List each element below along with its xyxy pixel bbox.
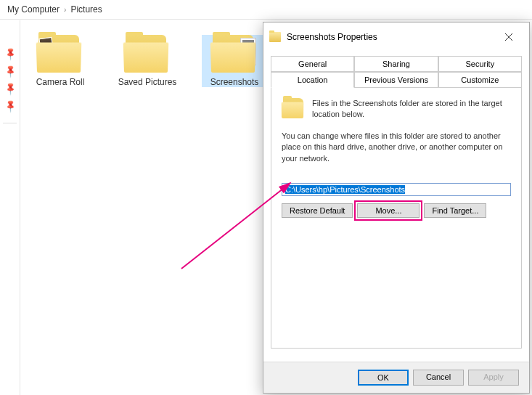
find-target-button[interactable]: Find Target... <box>424 203 486 218</box>
folder-icon <box>269 32 281 42</box>
tab-previous-versions[interactable]: Previous Versions <box>354 72 438 88</box>
apply-button[interactable]: Apply <box>468 370 519 386</box>
location-info-text: Files in the Screenshots folder are stor… <box>312 98 511 121</box>
breadcrumb-item[interactable]: Pictures <box>70 4 102 15</box>
separator <box>3 123 17 123</box>
folder-label: Camera Roll <box>36 77 85 87</box>
dialog-footer: OK Cancel Apply <box>263 362 529 393</box>
move-button[interactable]: Move... <box>357 203 420 218</box>
folder-saved-pictures[interactable]: Saved Pictures <box>115 35 180 87</box>
pin-icon: 📌 <box>4 48 17 61</box>
chevron-right-icon: › <box>64 6 66 14</box>
breadcrumb-item[interactable]: My Computer <box>7 4 60 15</box>
folder-icon <box>37 35 83 73</box>
tab-security[interactable]: Security <box>438 56 522 72</box>
dialog-titlebar[interactable]: Screenshots Properties <box>263 23 529 52</box>
location-info-text: You can change where files in this folde… <box>282 131 511 164</box>
pin-icon: 📌 <box>4 65 17 78</box>
folder-screenshots[interactable]: Screenshots <box>202 35 267 87</box>
cancel-button[interactable]: Cancel <box>413 370 464 386</box>
folder-icon <box>211 35 258 73</box>
pin-icon: 📌 <box>4 83 17 96</box>
dialog-title: Screenshots Properties <box>287 32 494 42</box>
ok-button[interactable]: OK <box>358 370 409 386</box>
tab-location[interactable]: Location <box>271 72 354 88</box>
quick-access-sidebar: 📌 📌 📌 📌 <box>0 20 20 395</box>
tab-general[interactable]: General <box>271 56 354 72</box>
tab-content-location: Files in the Screenshots folder are stor… <box>271 87 522 349</box>
breadcrumb[interactable]: My Computer › Pictures <box>0 0 532 20</box>
restore-default-button[interactable]: Restore Default <box>282 203 353 218</box>
path-value: C:\Users\hp\Pictures\Screenshots <box>285 185 405 194</box>
folder-icon <box>124 35 171 73</box>
folder-icon <box>282 98 305 118</box>
properties-dialog: Screenshots Properties General Sharing S… <box>263 22 530 394</box>
close-icon <box>505 33 512 41</box>
folder-label: Screenshots <box>210 77 259 87</box>
pin-icon: 📌 <box>4 100 17 113</box>
folder-camera-roll[interactable]: Camera Roll <box>28 35 93 87</box>
path-input[interactable]: C:\Users\hp\Pictures\Screenshots <box>282 183 511 196</box>
tab-customize[interactable]: Customize <box>438 72 522 88</box>
tab-sharing[interactable]: Sharing <box>354 56 438 72</box>
close-button[interactable] <box>494 27 523 47</box>
tab-row: Location Previous Versions Customize <box>271 72 522 88</box>
folder-label: Saved Pictures <box>118 77 177 87</box>
tab-row: General Sharing Security <box>271 56 522 72</box>
